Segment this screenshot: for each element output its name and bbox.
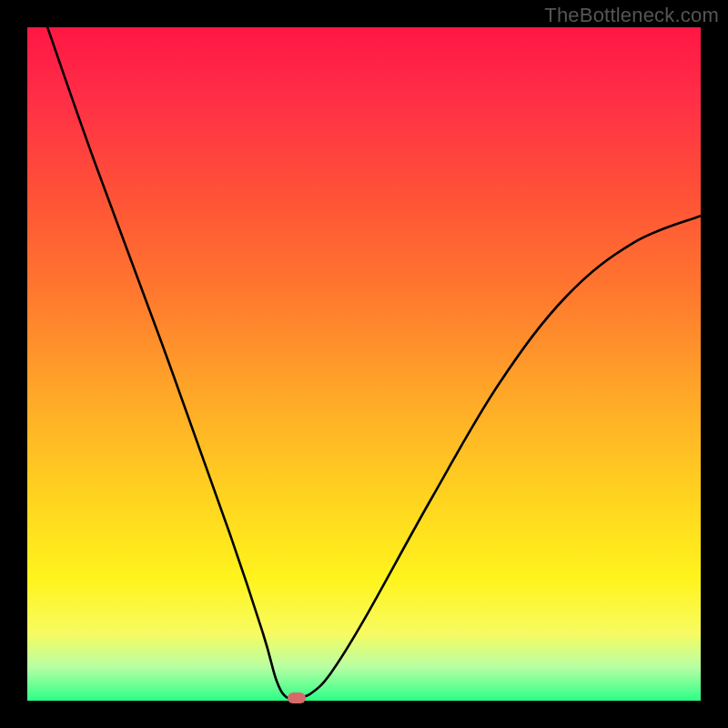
chart-container: TheBottleneck.com	[0, 0, 728, 728]
curve-path	[47, 27, 701, 699]
bottom-marker	[288, 693, 306, 703]
watermark-text: TheBottleneck.com	[544, 4, 719, 27]
bottleneck-curve	[27, 27, 701, 701]
